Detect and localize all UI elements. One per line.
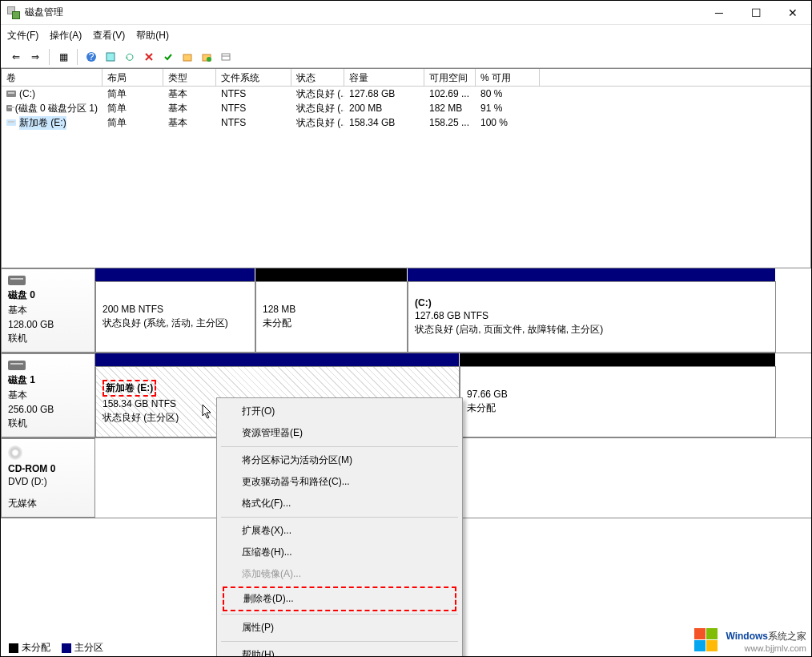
col-free[interactable]: 可用空间 bbox=[424, 69, 476, 87]
maximize-button[interactable]: ☐ bbox=[738, 1, 774, 25]
partition-box[interactable]: 97.66 GB未分配 bbox=[460, 366, 776, 437]
context-menu-item[interactable]: 格式化(F)... bbox=[219, 493, 460, 514]
watermark: Windows系统之家 www.bjjmlv.com bbox=[692, 626, 806, 655]
col-status[interactable]: 状态 bbox=[291, 69, 344, 87]
svg-text:?: ? bbox=[89, 51, 94, 62]
context-menu-item[interactable]: 将分区标记为活动分区(M) bbox=[219, 449, 460, 471]
disk-row: 磁盘 0 基本 128.00 GB 联机 200 MB NTFS状态良好 (系统… bbox=[1, 268, 811, 353]
col-type[interactable]: 类型 bbox=[163, 69, 216, 87]
table-header: 卷 布局 类型 文件系统 状态 容量 可用空间 % 可用 bbox=[2, 69, 810, 87]
disk-label[interactable]: 磁盘 0 基本 128.00 GB 联机 bbox=[1, 268, 95, 353]
list-button[interactable] bbox=[217, 48, 235, 66]
table-row[interactable]: (C:) 简单 基本 NTFS 状态良好 (... 127.68 GB 102.… bbox=[2, 87, 810, 101]
delete-button[interactable] bbox=[140, 48, 158, 66]
context-menu-item[interactable]: 扩展卷(X)... bbox=[219, 520, 460, 542]
table-body: (C:) 简单 基本 NTFS 状态良好 (... 127.68 GB 102.… bbox=[2, 87, 810, 268]
dvd-icon bbox=[8, 445, 22, 460]
windows-logo-icon bbox=[692, 626, 721, 655]
refresh-button[interactable] bbox=[121, 48, 139, 66]
watermark-suffix: 系统之家 bbox=[768, 631, 806, 642]
col-pct[interactable]: % 可用 bbox=[476, 69, 540, 87]
titlebar: 磁盘管理 ─ ☐ ✕ bbox=[1, 1, 811, 25]
context-menu-item[interactable]: 压缩卷(H)... bbox=[219, 542, 460, 563]
partition-box[interactable]: 128 MB未分配 bbox=[255, 281, 408, 353]
folder-button[interactable] bbox=[179, 48, 196, 66]
svg-rect-3 bbox=[183, 54, 191, 61]
partition-box[interactable]: (C:)127.68 GB NTFS状态良好 (启动, 页面文件, 故障转储, … bbox=[408, 281, 776, 353]
toolbar: ⇐ ⇒ ▦ ? bbox=[1, 46, 811, 68]
svg-rect-6 bbox=[222, 54, 230, 60]
table-row[interactable]: (磁盘 0 磁盘分区 1) 简单 基本 NTFS 状态良好 (... 200 M… bbox=[2, 101, 810, 115]
watermark-url: www.bjjmlv.com bbox=[726, 643, 806, 653]
context-menu-item[interactable]: 属性(P) bbox=[219, 617, 460, 639]
menu-file[interactable]: 文件(F) bbox=[7, 29, 38, 42]
volume-icon bbox=[6, 91, 16, 97]
window-title: 磁盘管理 bbox=[25, 6, 701, 19]
col-fs[interactable]: 文件系统 bbox=[216, 69, 291, 87]
svg-point-5 bbox=[207, 57, 211, 62]
disk-mgmt-icon bbox=[7, 6, 20, 19]
legend: 未分配 主分区 bbox=[9, 641, 103, 655]
table-row[interactable]: 新加卷 (E:) 简单 基本 NTFS 状态良好 (... 158.34 GB … bbox=[2, 115, 810, 130]
context-menu-item[interactable]: 资源管理器(E) bbox=[219, 422, 460, 444]
context-menu: 打开(O)资源管理器(E)将分区标记为活动分区(M)更改驱动器号和路径(C)..… bbox=[216, 397, 463, 657]
legend-unalloc-swatch bbox=[9, 643, 18, 653]
legend-unalloc-label: 未分配 bbox=[22, 642, 50, 653]
disk-icon bbox=[8, 276, 26, 285]
props-button[interactable] bbox=[102, 48, 119, 66]
legend-primary-swatch bbox=[62, 643, 71, 653]
volume-icon bbox=[6, 119, 16, 126]
watermark-brand: Windows bbox=[726, 631, 768, 642]
minimize-button[interactable]: ─ bbox=[701, 1, 738, 25]
context-menu-item[interactable]: 更改驱动器号和路径(C)... bbox=[219, 471, 460, 493]
check-button[interactable] bbox=[159, 48, 177, 66]
col-layout[interactable]: 布局 bbox=[103, 69, 163, 87]
col-capacity[interactable]: 容量 bbox=[344, 69, 424, 87]
view-button[interactable]: ▦ bbox=[54, 48, 72, 66]
menu-help[interactable]: 帮助(H) bbox=[136, 29, 169, 42]
context-menu-item[interactable]: 删除卷(D)... bbox=[223, 586, 456, 611]
menu-action[interactable]: 操作(A) bbox=[50, 29, 82, 42]
folder2-button[interactable] bbox=[198, 48, 215, 66]
help-icon[interactable]: ? bbox=[82, 48, 100, 66]
context-menu-item[interactable]: 帮助(H) bbox=[219, 644, 460, 657]
disk-label[interactable]: 磁盘 1 基本 256.00 GB 联机 bbox=[1, 353, 95, 437]
menubar: 文件(F) 操作(A) 查看(V) 帮助(H) bbox=[1, 25, 811, 46]
disk-icon bbox=[8, 361, 26, 370]
col-volume[interactable]: 卷 bbox=[2, 69, 103, 87]
volume-icon bbox=[6, 105, 12, 111]
legend-primary-label: 主分区 bbox=[74, 642, 103, 653]
close-button[interactable]: ✕ bbox=[774, 1, 811, 25]
menu-view[interactable]: 查看(V) bbox=[93, 29, 125, 42]
context-menu-item[interactable]: 打开(O) bbox=[219, 401, 460, 422]
back-button[interactable]: ⇐ bbox=[7, 48, 25, 66]
forward-button[interactable]: ⇒ bbox=[26, 48, 44, 66]
volume-list: 卷 布局 类型 文件系统 状态 容量 可用空间 % 可用 (C:) 简单 基本 … bbox=[1, 68, 811, 268]
context-menu-item: 添加镜像(A)... bbox=[219, 563, 460, 585]
svg-rect-2 bbox=[107, 53, 115, 61]
disk-label[interactable]: CD-ROM 0 DVD (D:) 无媒体 bbox=[1, 438, 95, 518]
partition-box[interactable]: 200 MB NTFS状态良好 (系统, 活动, 主分区) bbox=[95, 281, 255, 353]
